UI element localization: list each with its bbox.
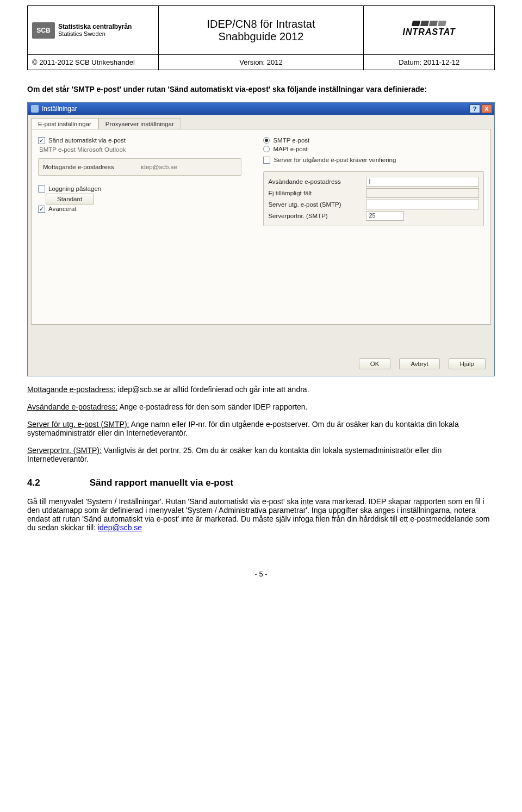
checkbox-server-verify[interactable]: Server för utgående e-post kräver verifi… [263,157,484,164]
tab-proxy-settings[interactable]: Proxyserver inställningar [98,118,181,129]
section-body-inte: inte [301,497,313,506]
standard-button[interactable]: Standard [46,194,94,204]
na-field-label: Ej tillämpligt fält [268,190,361,196]
checkbox-advanced-label: Avancerat [48,206,77,212]
doc-title-cell: IDEP/CN8 för Intrastat Snabbguide 2012 [158,6,364,55]
p1-text: idep@scb.se är alltid fördefinierad och … [116,385,309,394]
checkbox-icon [263,157,270,164]
dialog-app-icon [31,105,39,113]
smtp-fields-group: Avsändande e-postadress | Ej tillämpligt… [263,171,484,226]
checkbox-icon [38,206,45,213]
p4-label: Serverportnr. (SMTP): [27,446,102,455]
section-heading: 4.2 Sänd rapport manuellt via e-post [27,478,495,488]
na-field-input [366,188,479,198]
scb-badge: SCB [32,22,55,39]
receiving-address-label: Mottagande e-postadress [43,164,135,170]
radio-smtp[interactable]: SMTP e-post [263,137,484,144]
radio-icon [263,146,270,152]
section-title: Sänd rapport manuellt via e-post [90,478,234,488]
titlebar-help-button[interactable]: ? [469,104,480,113]
email-link[interactable]: idep@scb.se [98,523,142,532]
checkbox-server-verify-label: Server för utgående e-post kräver verifi… [274,157,396,163]
smtp-port-input[interactable]: 25 [366,211,404,221]
copyright: © 2011-2012 SCB Utrikeshandel [28,55,159,70]
dialog-titlebar: Inställningar ? X [28,103,494,115]
intro-paragraph: Om det står 'SMTP e-post' under rutan 'S… [27,84,495,95]
radio-icon [263,137,270,144]
smtp-server-input[interactable] [366,200,479,209]
p2-label: Avsändande e-postadress: [27,402,117,411]
help-button[interactable]: Hjälp [449,358,486,369]
paragraph-sender: Avsändande e-postadress: Ange e-postadre… [27,402,495,411]
scb-logo-cell: SCB Statistiska centralbyrån Statistics … [28,6,159,55]
smtp-subline: SMTP e-post Microsoft Outlook [39,146,241,153]
checkbox-autosend-label: Sänd automatiskt via e-post [48,137,126,144]
section-number: 4.2 [27,478,87,488]
section-body-a: Gå till menyvalet 'System / Inställninga… [27,497,301,506]
tab-email-settings[interactable]: E-post inställningar [31,118,98,129]
checkbox-icon [38,137,45,144]
checkbox-logging-label: Loggning påslagen [48,185,101,192]
checkbox-autosend[interactable]: Sänd automatiskt via e-post [38,137,241,144]
doc-title-line1: IDEP/CN8 för Intrastat [163,18,359,30]
checkbox-icon [38,185,45,193]
ok-button[interactable]: OK [359,358,391,369]
receiving-address-group: Mottagande e-postadress idep@scb.se [38,158,241,176]
dialog-title: Inställningar [42,105,77,113]
settings-dialog-screenshot: Inställningar ? X E-post inställningar P… [27,102,495,376]
intrastat-word: INTRASTAT [403,27,456,37]
intrastat-logo-cell: INTRASTAT [364,6,495,55]
paragraph-receiving: Mottagande e-postadress: idep@scb.se är … [27,385,495,394]
p3-label: Server för utg. e-post (SMTP): [27,420,129,429]
intrastat-flags-icon [412,21,446,26]
p2-text: Ange e-postadress för den som sänder IDE… [117,402,307,411]
p1-label: Mottagande e-postadress: [27,385,116,394]
paragraph-port: Serverportnr. (SMTP): Vanligtvis är det … [27,446,495,463]
smtp-port-label: Serverportnr. (SMTP) [268,213,361,219]
titlebar-close-button[interactable]: X [481,104,492,113]
sender-address-input[interactable]: | [366,177,479,187]
doc-title-line2: Snabbguide 2012 [163,30,359,43]
page-number: - 5 - [27,570,495,578]
radio-mapi[interactable]: MAPI e-post [263,146,484,152]
cancel-button[interactable]: Avbryt [399,358,439,369]
checkbox-advanced[interactable]: Avancerat [38,206,241,213]
date-label: Datum: 2011-12-12 [364,55,495,70]
version-label: Version: 2012 [158,55,364,70]
checkbox-logging[interactable]: Loggning påslagen [38,185,241,193]
paragraph-smtp: Server för utg. e-post (SMTP): Ange namn… [27,420,495,437]
radio-mapi-label: MAPI e-post [273,146,307,152]
radio-smtp-label: SMTP e-post [273,137,309,144]
sender-address-label: Avsändande e-postadress [268,178,361,185]
receiving-address-value: idep@scb.se [141,164,177,170]
page-header: SCB Statistiska centralbyrån Statistics … [27,5,495,70]
scb-name: Statistiska centralbyrån [58,23,132,30]
scb-text: Statistiska centralbyrån Statistics Swed… [58,23,132,37]
scb-sub: Statistics Sweden [58,30,105,37]
smtp-server-label: Server utg. e-post (SMTP) [268,201,361,208]
section-body: Gå till menyvalet 'System / Inställninga… [27,497,495,532]
